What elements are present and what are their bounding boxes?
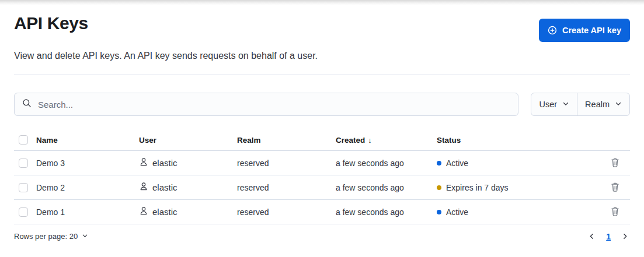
realm-cell: reserved: [237, 175, 336, 200]
user-cell: elastic: [139, 200, 237, 224]
select-all-checkbox[interactable]: [19, 135, 28, 145]
table-row: Demo 3 elastic reserved a few seconds ag…: [14, 151, 630, 175]
api-keys-page: API Keys Create API key View and delete …: [0, 5, 644, 241]
page-subtitle: View and delete API keys. An API key sen…: [14, 51, 630, 61]
created-cell: a few seconds ago: [336, 151, 437, 175]
filter-realm-label: Realm: [585, 100, 610, 109]
table-footer: Rows per page: 20 1: [14, 231, 630, 241]
search-toolbar: User Realm: [14, 93, 630, 116]
page-header: API Keys Create API key: [14, 5, 630, 42]
trash-icon: [610, 182, 620, 192]
page-1-button[interactable]: 1: [605, 232, 612, 241]
row-checkbox[interactable]: [19, 207, 28, 217]
rows-per-page-button[interactable]: Rows per page: 20: [14, 232, 88, 241]
row-checkbox[interactable]: [19, 183, 28, 192]
user-cell: elastic: [139, 151, 237, 175]
table-header-row: Name User Realm Created↓ Status: [14, 132, 630, 151]
user-icon: [139, 206, 148, 217]
status-cell: Active: [437, 151, 604, 175]
chevron-left-icon: [588, 233, 596, 240]
column-header-realm[interactable]: Realm: [237, 132, 336, 151]
delete-api-key-button[interactable]: [609, 206, 621, 218]
column-header-actions: [604, 132, 630, 151]
created-cell: a few seconds ago: [336, 175, 437, 200]
rows-per-page-label: Rows per page: 20: [14, 232, 78, 241]
api-keys-table: Name User Realm Created↓ Status Demo 3: [14, 132, 630, 224]
create-api-key-button[interactable]: Create API key: [539, 19, 630, 42]
row-checkbox[interactable]: [19, 159, 28, 168]
trash-icon: [610, 158, 620, 168]
chevron-down-icon: [615, 100, 622, 109]
status-dot: [437, 161, 441, 166]
status-cell: Active: [437, 200, 604, 224]
chevron-right-icon: [621, 233, 629, 240]
top-scroll-shadow: [0, 0, 644, 5]
row-actions-cell: [604, 175, 630, 200]
name-cell: Demo 3: [36, 151, 139, 175]
table-row: Demo 1 elastic reserved a few seconds ag…: [14, 200, 630, 224]
user-cell: elastic: [139, 175, 237, 200]
column-header-user[interactable]: User: [139, 132, 237, 151]
row-actions-cell: [604, 200, 630, 224]
delete-api-key-button[interactable]: [609, 157, 621, 169]
plus-in-circle-icon: [548, 26, 557, 35]
header-divider: [14, 75, 630, 75]
table-body: Demo 3 elastic reserved a few seconds ag…: [14, 151, 630, 224]
name-cell: Demo 2: [36, 175, 139, 200]
realm-cell: reserved: [237, 151, 336, 175]
pagination: 1: [587, 231, 630, 241]
row-select-cell: [14, 151, 36, 175]
chevron-down-icon: [562, 100, 569, 109]
select-all-cell: [14, 132, 36, 151]
user-icon: [139, 157, 148, 168]
status-dot: [437, 210, 441, 214]
page-title: API Keys: [14, 13, 88, 33]
column-header-name[interactable]: Name: [36, 132, 139, 151]
filter-group: User Realm: [531, 93, 630, 116]
column-header-status[interactable]: Status: [437, 132, 604, 151]
filter-user-label: User: [539, 100, 557, 109]
previous-page-button[interactable]: [587, 231, 597, 241]
created-cell: a few seconds ago: [336, 200, 437, 224]
search-box: [14, 93, 518, 116]
delete-api-key-button[interactable]: [609, 181, 621, 193]
create-api-key-label: Create API key: [562, 26, 621, 35]
status-cell: Expires in 7 days: [437, 175, 604, 200]
table-row: Demo 2 elastic reserved a few seconds ag…: [14, 175, 630, 200]
filter-user-button[interactable]: User: [531, 93, 577, 115]
search-icon: [22, 98, 32, 110]
user-icon: [139, 182, 148, 193]
filter-realm-button[interactable]: Realm: [577, 93, 629, 115]
status-dot: [437, 185, 441, 190]
chevron-down-icon: [82, 232, 88, 241]
row-actions-cell: [604, 151, 630, 175]
next-page-button[interactable]: [620, 231, 630, 241]
sort-descending-icon: ↓: [368, 136, 372, 145]
realm-cell: reserved: [237, 200, 336, 224]
trash-icon: [610, 207, 620, 217]
column-header-created[interactable]: Created↓: [336, 132, 437, 151]
row-select-cell: [14, 200, 36, 224]
row-select-cell: [14, 175, 36, 200]
search-input[interactable]: [15, 93, 518, 115]
name-cell: Demo 1: [36, 200, 139, 224]
